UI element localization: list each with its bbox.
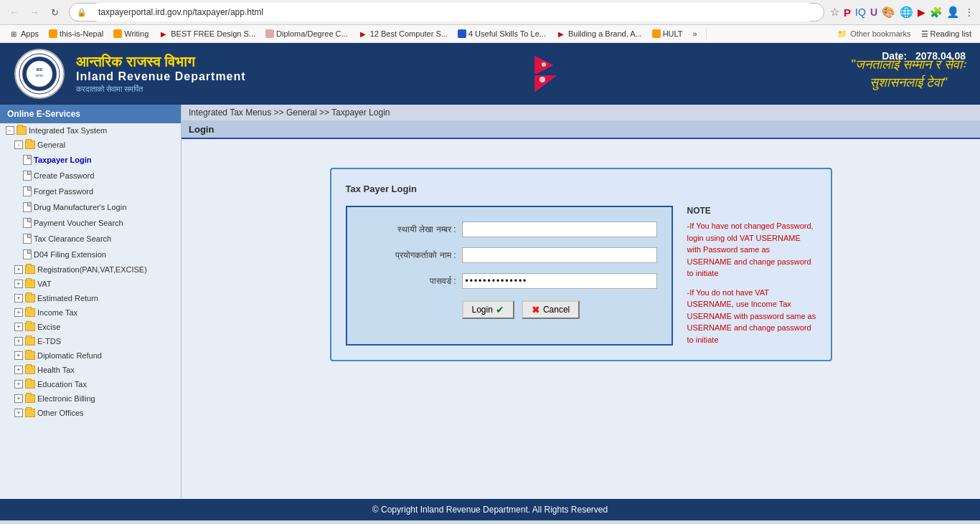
iq-icon[interactable]: IQ [855,6,866,18]
toggle-diplomatic-refund[interactable]: + [14,351,23,360]
sidebar-item-payment-voucher[interactable]: Payment Voucher Search [0,215,181,231]
bookmark-nepal[interactable]: this-is-Nepal [46,28,106,39]
star-icon[interactable]: ☆ [830,6,839,19]
bookmark-design-icon: ▶ [159,29,169,39]
label-clearance-search: Tax Clearance Search [34,234,111,243]
bookmark-computer[interactable]: ▶ 12 Best Computer S... [355,27,451,40]
bookmark-brand-label: Building a Brand, A... [568,29,642,38]
doc-drug-login [23,202,32,212]
bookmarks-bar: ⊞ Apps this-is-Nepal Writing ▶ BEST FREE… [0,25,980,43]
bookmark-other-icon: 📁 [837,29,847,39]
folder-health-tax [25,366,35,374]
pinterest-icon[interactable]: P [844,6,851,19]
toggle-education-tax[interactable]: + [14,380,23,389]
toggle-vat[interactable]: + [14,280,23,288]
youtube-icon[interactable]: ▶ [918,6,925,18]
toggle-general[interactable]: - [14,140,23,149]
bookmark-writing-label: Writing [124,29,149,38]
bookmark-reading[interactable]: ☰ Reading list [918,28,974,40]
sidebar-item-etds[interactable]: + E-TDS [0,334,181,348]
toggle-excise[interactable]: + [14,323,23,331]
address-bar[interactable] [90,3,816,22]
breadcrumb-item-1: Integrated Tax Menus [189,108,271,118]
toggle-registration[interactable]: + [14,265,23,274]
label-general: General [37,140,65,149]
breadcrumb-item-2: General [286,108,317,118]
sidebar-item-health-tax[interactable]: + Health Tax [0,363,181,377]
refresh-button[interactable]: ↻ [46,4,63,21]
svg-point-7 [540,77,545,82]
toggle-etds[interactable]: + [14,337,23,346]
sidebar-item-clearance-search[interactable]: Tax Clearance Search [0,231,181,247]
back-button[interactable]: ← [6,4,23,21]
username-input[interactable] [462,247,657,263]
login-button[interactable]: Login ✔ [462,300,514,319]
org-name: आन्तरिक राजस्व विभाग Inland Revenue Depa… [76,54,246,94]
folder-electronic-billing [25,394,35,403]
bookmark-design[interactable]: ▶ BEST FREE Design S... [156,27,258,40]
u-icon[interactable]: U [870,6,877,18]
label-health-tax: Health Tax [37,366,75,374]
folder-estimated-return [25,294,35,303]
bookmark-writing[interactable]: Writing [110,28,151,39]
pan-row: स्थायी लेखा नम्बर : [362,221,657,237]
note-content-2: -If You do not have VAT USERNAME, use In… [687,287,816,346]
bookmark-skills-icon [458,29,466,38]
sidebar-item-estimated-return[interactable]: + Estimated Return [0,291,181,305]
toggle-other-offices[interactable]: + [14,409,23,417]
header-date: Date: 2078.04.08 [882,50,966,62]
sidebar-item-d04-filing[interactable]: D04 Filing Extension [0,247,181,262]
sidebar-item-integrated-tax[interactable]: - Integrated Tax System [0,123,181,138]
bookmark-other[interactable]: 📁 Other bookmarks [834,28,913,40]
main-layout: Online E-Services - Integrated Tax Syste… [0,105,980,499]
folder-income-tax [25,308,35,317]
login-box: Tax Payer Login स्थायी लेखा नम्बर : प्रय… [330,168,832,361]
sidebar-item-forget-password[interactable]: Forget Password [0,184,181,199]
sidebar-item-income-tax[interactable]: + Income Tax [0,305,181,320]
sidebar-item-taxpayer-login[interactable]: Taxpayer Login [0,152,181,168]
toggle-electronic-billing[interactable]: + [14,394,23,403]
sidebar-item-create-password[interactable]: Create Password [0,168,181,184]
sidebar-item-drug-login[interactable]: Drug Manufacturer's Login [0,199,181,215]
pan-input[interactable] [462,221,657,237]
sidebar-item-other-offices[interactable]: + Other Offices [0,406,181,420]
sidebar-item-diplomatic-refund[interactable]: + Diplomatic Refund [0,348,181,363]
password-input[interactable] [462,273,657,289]
bookmark-brand[interactable]: ▶ Building a Brand, A... [553,27,645,40]
breadcrumb-item-3: Taxpayer Login [331,108,390,118]
bookmark-skills[interactable]: 4 Useful Skills To Le... [455,28,549,39]
bookmark-reading-icon: ☰ [921,29,928,39]
bookmark-nepal-icon [49,29,57,38]
toggle-income-tax[interactable]: + [14,308,23,317]
puzzle-icon[interactable]: 🧩 [930,6,942,18]
footer: © Copyright Inland Revenue Department. A… [0,499,980,520]
cancel-button[interactable]: ✖ Cancel [522,300,580,319]
toggle-health-tax[interactable]: + [14,366,23,374]
toggle-estimated-return[interactable]: + [14,294,23,303]
svg-point-2 [27,61,52,87]
sidebar-item-electronic-billing[interactable]: + Electronic Billing [0,391,181,406]
label-other-offices: Other Offices [37,409,84,417]
profile-icon[interactable]: 👤 [946,6,960,19]
globe-icon[interactable]: 🌐 [900,6,913,19]
sidebar-item-registration[interactable]: + Registration(PAN,VAT,EXCISE) [0,262,181,277]
bookmark-more[interactable]: » [690,28,700,39]
nav-buttons: ← → ↻ [6,4,63,21]
login-form: स्थायी लेखा नम्बर : प्रयोगकर्ताको नाम : … [346,206,673,346]
forward-button[interactable]: → [26,4,43,21]
bookmark-diploma[interactable]: Diploma/Degree C... [263,28,351,39]
bookmark-apps[interactable]: ⊞ Apps [6,27,42,40]
color-wheel-icon[interactable]: 🎨 [882,6,895,19]
menu-icon[interactable]: ⋮ [964,6,974,18]
page-section-title: Login [182,121,980,139]
label-d04-filing: D04 Filing Extension [34,250,106,259]
bookmark-hult[interactable]: HULT [649,28,686,39]
sidebar-item-general[interactable]: - General [0,138,181,152]
check-icon: ✔ [496,304,504,315]
username-row: प्रयोगकर्ताको नाम : [362,247,657,263]
more-bookmarks-icon: » [693,29,697,38]
sidebar-item-vat[interactable]: + VAT [0,277,181,291]
sidebar-item-excise[interactable]: + Excise [0,320,181,334]
toggle-integrated-tax[interactable]: - [6,126,14,135]
sidebar-item-education-tax[interactable]: + Education Tax [0,377,181,391]
